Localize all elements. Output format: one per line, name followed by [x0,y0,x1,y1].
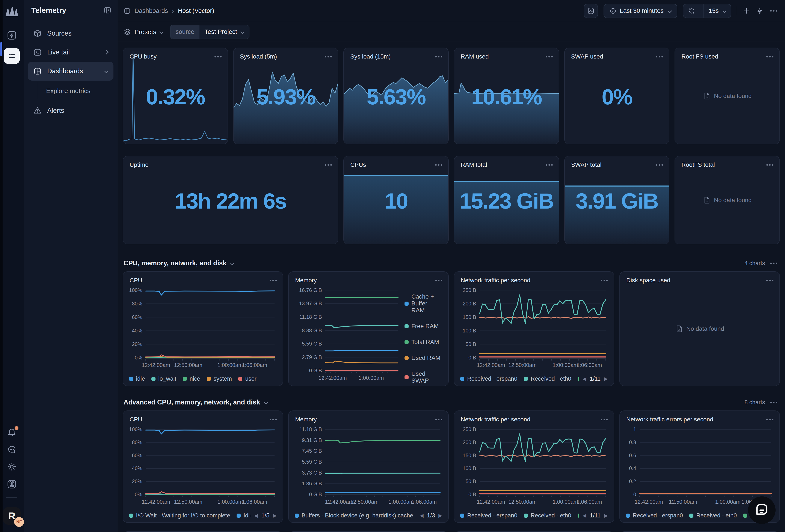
legend-prev-button[interactable]: ◀ [583,513,586,518]
app-switch-logs-button[interactable] [4,27,20,43]
panel-menu-button[interactable] [765,54,775,60]
legend-item[interactable]: Received - erspan0 [626,512,683,519]
legend-item[interactable]: io_wait [151,375,176,382]
panel-menu-button[interactable] [655,162,664,168]
ellipsis-icon [601,280,602,281]
panel-menu-button[interactable] [268,417,278,423]
legend-next-button[interactable]: ▶ [604,513,608,518]
y-axis-label: 60% [129,452,142,459]
legend-item[interactable]: Received - eth0 [689,512,737,519]
memory-chart: 0 GiB2.79 GiB5.59 GiB8.38 GiB11.18 GiB13… [294,288,443,384]
presets-button[interactable]: Presets [124,28,163,35]
legend-item[interactable]: Used SWAP [405,370,441,384]
add-panel-button[interactable] [743,7,751,15]
legend-item[interactable]: I/O Wait - Waiting for I/O to complete [129,512,230,519]
panel-title: Network traffic per second [461,416,530,423]
notifications-bell-icon[interactable] [7,428,16,437]
sidebar-item-alerts[interactable]: Alerts [28,101,113,120]
tv-mode-button[interactable] [584,4,598,18]
y-axis-label: 9.31 GiB [294,437,322,444]
legend-item[interactable]: Buffers - Block device (e.g. harddisk) c… [295,512,413,519]
legend-next-button[interactable]: ▶ [273,513,277,518]
user-initials-badge: NF [14,517,24,527]
sidebar-item-label: Sources [47,30,108,37]
sidebar-item-live-tail[interactable]: Live tail [28,43,113,62]
app-switch-telemetry-button[interactable] [4,48,20,64]
legend-item[interactable]: Received - erspan0 [460,512,517,519]
panel-menu-button[interactable] [600,277,609,283]
legend-item[interactable]: system [207,375,232,382]
refresh-button[interactable] [683,4,700,18]
stat-value: 10.61% [454,84,559,109]
feedback-chat-icon[interactable] [7,445,16,454]
sidebar-item-dashboards[interactable]: Dashboards [28,62,113,81]
panel-menu-button[interactable] [213,54,223,60]
legend-next-button[interactable]: ▶ [438,513,442,518]
quick-actions-button[interactable] [756,7,763,15]
y-axis-label: 13.97 GiB [294,300,322,307]
panel-menu-button[interactable] [434,417,444,423]
y-axis-label: 100% [129,287,142,293]
panel-menu-button[interactable] [324,162,333,168]
legend-item[interactable]: Received - eth0 [524,375,571,382]
refresh-interval-button[interactable]: 15s [704,4,731,18]
panel-menu-button[interactable] [765,417,775,423]
y-axis-label: 1.86 GiB [294,480,322,487]
panel-title: CPU [130,416,142,423]
section-collapse-icon[interactable] [230,261,234,265]
sidebar-item-sources[interactable]: Sources [28,24,113,43]
section-collapse-icon[interactable] [264,400,268,404]
panel-network-advanced-chart: Network traffic per second 0 B50 B100 B1… [454,410,614,523]
panel-menu-button[interactable] [268,277,278,283]
legend-label: io_wait [158,375,176,382]
plus-icon [743,7,751,15]
time-range-button[interactable]: Last 30 minutes [604,4,678,18]
chart-row-advanced: CPU 0%20%40%60%80%100%12:42:00am12:50:00… [123,410,780,523]
sidebar-item-explore-metrics[interactable]: Explore metrics [46,82,113,100]
legend-item[interactable]: idle [129,375,145,382]
panel-menu-button[interactable] [434,277,444,283]
legend-item[interactable]: Received - erspan0 [460,375,517,382]
legend-item[interactable]: Idle [236,512,250,519]
breadcrumb-root[interactable]: Dashboards [134,7,168,15]
panel-menu-button[interactable] [655,54,664,60]
section-menu-button[interactable] [769,400,779,405]
legend-next-button[interactable]: ▶ [604,376,608,382]
y-axis-label: 7.45 GiB [294,448,322,454]
legend-item[interactable]: Received - eth0 [524,512,571,519]
y-axis-label: 100 B [460,465,476,472]
legend-swatch [743,513,747,517]
panel-menu-button[interactable] [545,54,554,60]
brand-logo-icon[interactable] [5,6,19,18]
dashboard-content: CPU busy 0.32% Sys load (5m) 5.93% Sys l… [118,42,785,532]
user-avatar[interactable]: R NF [3,507,21,525]
legend-prev-button[interactable]: ◀ [254,513,258,518]
command-menu-icon[interactable] [7,479,17,489]
sidebar-collapse-icon[interactable] [104,6,111,14]
panel-menu-button[interactable] [765,277,775,283]
panel-menu-button[interactable] [324,54,333,60]
legend-item[interactable]: Free RAM [405,323,441,330]
legend-item[interactable]: Total RAM [405,339,441,346]
panel-title: Disk space used [626,277,670,284]
legend-prev-button[interactable]: ◀ [420,513,424,518]
support-chat-button[interactable] [748,497,776,524]
legend-item[interactable]: Cache + Buffer RAM [405,293,441,314]
section-menu-button[interactable] [769,260,779,266]
legend-item[interactable]: user [238,375,256,382]
legend-prev-button[interactable]: ◀ [583,376,586,382]
lightning-app-icon [7,31,17,40]
panel-menu-button[interactable] [434,162,444,168]
x-axis-label: 12:42:00am [477,362,505,368]
theme-sun-icon[interactable] [7,462,16,471]
panel-menu-button[interactable] [600,417,609,423]
legend-item[interactable]: Used RAM [405,354,441,362]
source-filter[interactable]: source Test Project [170,25,250,39]
panel-menu-button[interactable] [434,54,444,60]
legend-item[interactable]: nice [183,375,200,382]
chat-bubble-icon [755,503,769,517]
panel-menu-button[interactable] [765,162,775,168]
panel-menu-button[interactable] [545,162,554,168]
topbar-more-button[interactable] [769,8,779,14]
telemetry-app-icon [7,52,16,60]
